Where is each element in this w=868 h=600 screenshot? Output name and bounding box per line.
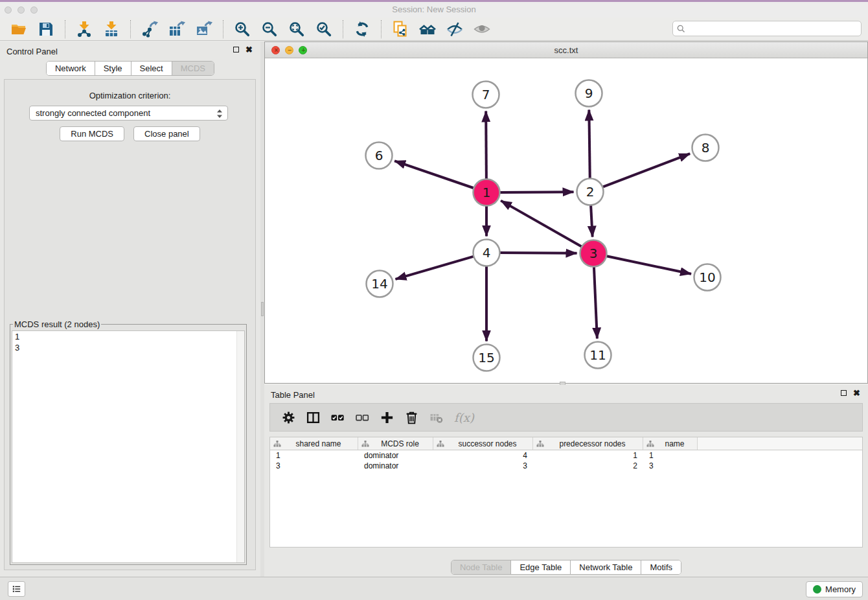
- table-cell[interactable]: 4: [433, 450, 533, 461]
- graph-edge-2-9[interactable]: [589, 110, 589, 179]
- network-canvas[interactable]: 7968124314101511: [265, 58, 867, 383]
- tab-network[interactable]: Network: [47, 62, 95, 75]
- optimization-label: Optimization criterion:: [5, 91, 255, 100]
- table-cell[interactable]: dominator: [358, 461, 433, 471]
- zoom-fit-icon: [288, 21, 305, 38]
- graph-edge-2-3[interactable]: [591, 203, 593, 237]
- delete-column-button[interactable]: [405, 411, 418, 424]
- table-body: 1dominator4113dominator323: [270, 450, 862, 471]
- tab-node-table[interactable]: Node Table: [451, 560, 512, 574]
- column-header-name[interactable]: name: [643, 437, 698, 450]
- open-file-button[interactable]: [7, 19, 30, 39]
- zoom-in-button[interactable]: [231, 19, 254, 39]
- graph-edge-4-3[interactable]: [498, 253, 577, 253]
- graph-node-1[interactable]: 1: [474, 179, 500, 206]
- close-panel-button[interactable]: Close panel: [133, 126, 200, 141]
- mcds-result-text-area[interactable]: 13: [12, 330, 245, 563]
- toolbar-separator: [343, 20, 343, 38]
- tab-mcds[interactable]: MCDS: [172, 62, 214, 75]
- refresh-network-button[interactable]: [350, 19, 374, 39]
- tab-motifs[interactable]: Motifs: [641, 560, 681, 574]
- hide-unselected-button[interactable]: [443, 19, 466, 39]
- column-header-successor-nodes[interactable]: successor nodes: [433, 437, 533, 450]
- column-header-MCDS-role[interactable]: MCDS role: [358, 437, 433, 450]
- graph-node-9[interactable]: 9: [576, 80, 602, 107]
- column-header-label: successor nodes: [433, 439, 532, 448]
- graph-edge-3-11[interactable]: [594, 265, 597, 338]
- table-cell[interactable]: dominator: [358, 450, 433, 461]
- close-panel-icon[interactable]: ✖: [246, 47, 253, 52]
- search-box[interactable]: [672, 21, 862, 36]
- zoom-selected-button[interactable]: [312, 19, 336, 39]
- graph-node-8[interactable]: 8: [692, 135, 719, 161]
- select-all-button[interactable]: [331, 411, 345, 424]
- export-network-button[interactable]: [138, 19, 161, 39]
- float-panel-icon[interactable]: [233, 47, 239, 52]
- graph-edge-1-6[interactable]: [394, 161, 475, 189]
- table-cell[interactable]: 1: [643, 450, 698, 461]
- graph-node-15[interactable]: 15: [474, 345, 500, 371]
- export-image-icon: [196, 21, 212, 38]
- table-cell[interactable]: 3: [433, 461, 533, 471]
- zoom-fit-button[interactable]: [285, 19, 308, 39]
- run-mcds-button[interactable]: Run MCDS: [60, 126, 124, 141]
- zoom-out-button[interactable]: [258, 19, 281, 39]
- panel-divider-handle[interactable]: [261, 302, 264, 316]
- graph-node-3[interactable]: 3: [580, 240, 607, 267]
- column-selector-button[interactable]: [306, 411, 320, 424]
- memory-button[interactable]: Memory: [806, 581, 863, 597]
- table-float-panel-icon[interactable]: [841, 390, 847, 396]
- graph-edge-1-7[interactable]: [486, 111, 486, 180]
- graph-edge-1-2[interactable]: [498, 192, 573, 192]
- graph-edge-3-10[interactable]: [605, 256, 691, 274]
- save-session-button[interactable]: [34, 19, 58, 39]
- column-header-label: shared name: [270, 439, 358, 448]
- main-titlebar: Session: New Session: [0, 2, 868, 17]
- show-eye-button[interactable]: [470, 19, 494, 39]
- result-scrollbar[interactable]: [236, 331, 244, 562]
- column-header-predecessor-nodes[interactable]: predecessor nodes: [533, 437, 643, 450]
- export-table-button[interactable]: [165, 19, 188, 39]
- graph-edge-2-8[interactable]: [601, 154, 690, 187]
- tab-select[interactable]: Select: [131, 62, 172, 75]
- graph-node-11[interactable]: 11: [585, 342, 611, 369]
- table-cell[interactable]: 1: [270, 450, 358, 461]
- column-header-shared-name[interactable]: shared name: [270, 437, 358, 450]
- tab-style[interactable]: Style: [95, 62, 131, 75]
- network-window-titlebar[interactable]: × − + scc.txt: [265, 42, 867, 58]
- table-row[interactable]: 3dominator323: [270, 461, 862, 471]
- network-overview-button[interactable]: [416, 19, 439, 39]
- graph-node-7[interactable]: 7: [473, 82, 499, 108]
- export-image-button[interactable]: [192, 19, 216, 39]
- deselect-all-button[interactable]: [356, 411, 369, 424]
- table-cell[interactable]: 2: [533, 461, 643, 471]
- table-cell[interactable]: 3: [270, 461, 358, 471]
- column-tree-icon: [273, 440, 281, 448]
- column-tree-icon: [646, 440, 654, 448]
- task-history-button[interactable]: [8, 581, 25, 597]
- search-input[interactable]: [689, 23, 857, 34]
- graph-edge-4-14[interactable]: [395, 256, 475, 279]
- table-close-panel-icon[interactable]: ✖: [853, 390, 860, 396]
- graph-edge-3-1[interactable]: [501, 201, 583, 248]
- select-stepper-icon: [216, 108, 223, 121]
- graph-node-10[interactable]: 10: [694, 264, 721, 291]
- add-column-button[interactable]: [380, 411, 394, 424]
- optimization-select[interactable]: strongly connected component: [29, 106, 228, 121]
- mcds-result-title: MCDS result (2 nodes): [13, 319, 101, 329]
- zoom-out-icon: [261, 21, 278, 38]
- settings-gear-button[interactable]: [282, 411, 295, 424]
- graph-node-6[interactable]: 6: [366, 143, 393, 169]
- refresh-network-icon: [354, 21, 371, 38]
- import-table-button[interactable]: [100, 19, 123, 39]
- graph-node-14[interactable]: 14: [367, 271, 393, 297]
- import-network-button[interactable]: [73, 19, 96, 39]
- table-cell[interactable]: 3: [643, 461, 698, 471]
- graph-node-4[interactable]: 4: [474, 240, 500, 266]
- tab-network-table[interactable]: Network Table: [571, 560, 641, 574]
- graph-node-2[interactable]: 2: [577, 179, 604, 205]
- duplicate-network-button[interactable]: [389, 19, 412, 39]
- table-row[interactable]: 1dominator411: [270, 450, 862, 461]
- tab-edge-table[interactable]: Edge Table: [511, 560, 571, 574]
- table-cell[interactable]: 1: [533, 450, 643, 461]
